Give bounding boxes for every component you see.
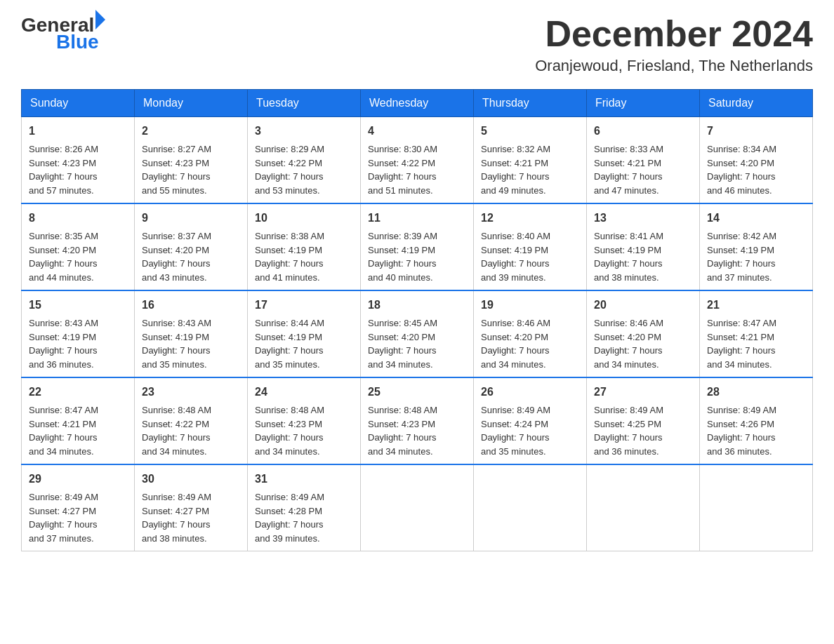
location-title: Oranjewoud, Friesland, The Netherlands <box>535 57 813 75</box>
day-number: 4 <box>368 123 466 140</box>
day-info: Sunrise: 8:48 AMSunset: 4:22 PMDaylight:… <box>142 403 240 458</box>
calendar-cell: 24Sunrise: 8:48 AMSunset: 4:23 PMDayligh… <box>248 377 361 464</box>
day-info: Sunrise: 8:35 AMSunset: 4:20 PMDaylight:… <box>29 229 127 284</box>
calendar-cell: 6Sunrise: 8:33 AMSunset: 4:21 PMDaylight… <box>587 117 700 204</box>
calendar-cell: 9Sunrise: 8:37 AMSunset: 4:20 PMDaylight… <box>135 203 248 290</box>
day-number: 3 <box>255 123 353 140</box>
day-info: Sunrise: 8:37 AMSunset: 4:20 PMDaylight:… <box>142 229 240 284</box>
calendar-cell <box>587 464 700 551</box>
day-number: 13 <box>594 210 692 227</box>
day-of-week-header: Sunday <box>22 90 135 117</box>
day-number: 31 <box>255 471 353 488</box>
day-info: Sunrise: 8:49 AMSunset: 4:26 PMDaylight:… <box>707 403 805 458</box>
day-number: 8 <box>29 210 127 227</box>
calendar-cell: 28Sunrise: 8:49 AMSunset: 4:26 PMDayligh… <box>700 377 813 464</box>
day-number: 19 <box>481 297 579 314</box>
day-number: 15 <box>29 297 127 314</box>
month-title: December 2024 <box>535 14 813 54</box>
day-info: Sunrise: 8:49 AMSunset: 4:27 PMDaylight:… <box>29 490 127 545</box>
day-info: Sunrise: 8:48 AMSunset: 4:23 PMDaylight:… <box>368 403 466 458</box>
calendar-cell: 23Sunrise: 8:48 AMSunset: 4:22 PMDayligh… <box>135 377 248 464</box>
day-of-week-header: Friday <box>587 90 700 117</box>
day-of-week-header: Wednesday <box>361 90 474 117</box>
logo-arrow-icon <box>95 10 105 29</box>
calendar-cell: 25Sunrise: 8:48 AMSunset: 4:23 PMDayligh… <box>361 377 474 464</box>
day-of-week-header: Thursday <box>474 90 587 117</box>
day-info: Sunrise: 8:49 AMSunset: 4:28 PMDaylight:… <box>255 490 353 545</box>
day-number: 26 <box>481 384 579 401</box>
day-info: Sunrise: 8:42 AMSunset: 4:19 PMDaylight:… <box>707 229 805 284</box>
day-number: 17 <box>255 297 353 314</box>
day-number: 16 <box>142 297 240 314</box>
calendar-table: SundayMondayTuesdayWednesdayThursdayFrid… <box>21 89 813 551</box>
day-info: Sunrise: 8:48 AMSunset: 4:23 PMDaylight:… <box>255 403 353 458</box>
calendar-cell: 15Sunrise: 8:43 AMSunset: 4:19 PMDayligh… <box>22 290 135 377</box>
day-number: 10 <box>255 210 353 227</box>
day-info: Sunrise: 8:47 AMSunset: 4:21 PMDaylight:… <box>707 316 805 371</box>
day-info: Sunrise: 8:30 AMSunset: 4:22 PMDaylight:… <box>368 142 466 197</box>
calendar-cell: 14Sunrise: 8:42 AMSunset: 4:19 PMDayligh… <box>700 203 813 290</box>
day-number: 20 <box>594 297 692 314</box>
calendar-cell: 30Sunrise: 8:49 AMSunset: 4:27 PMDayligh… <box>135 464 248 551</box>
day-number: 23 <box>142 384 240 401</box>
calendar-week-row: 15Sunrise: 8:43 AMSunset: 4:19 PMDayligh… <box>22 290 813 377</box>
day-number: 21 <box>707 297 805 314</box>
day-number: 12 <box>481 210 579 227</box>
calendar-cell: 22Sunrise: 8:47 AMSunset: 4:21 PMDayligh… <box>22 377 135 464</box>
calendar-cell: 18Sunrise: 8:45 AMSunset: 4:20 PMDayligh… <box>361 290 474 377</box>
calendar-cell: 12Sunrise: 8:40 AMSunset: 4:19 PMDayligh… <box>474 203 587 290</box>
calendar-cell: 3Sunrise: 8:29 AMSunset: 4:22 PMDaylight… <box>248 117 361 204</box>
day-info: Sunrise: 8:46 AMSunset: 4:20 PMDaylight:… <box>481 316 579 371</box>
day-info: Sunrise: 8:49 AMSunset: 4:27 PMDaylight:… <box>142 490 240 545</box>
calendar-cell: 31Sunrise: 8:49 AMSunset: 4:28 PMDayligh… <box>248 464 361 551</box>
day-info: Sunrise: 8:40 AMSunset: 4:19 PMDaylight:… <box>481 229 579 284</box>
calendar-cell: 11Sunrise: 8:39 AMSunset: 4:19 PMDayligh… <box>361 203 474 290</box>
header: General Blue December 2024 Oranjewoud, F… <box>21 14 813 75</box>
day-info: Sunrise: 8:45 AMSunset: 4:20 PMDaylight:… <box>368 316 466 371</box>
day-number: 9 <box>142 210 240 227</box>
day-number: 28 <box>707 384 805 401</box>
day-info: Sunrise: 8:49 AMSunset: 4:24 PMDaylight:… <box>481 403 579 458</box>
calendar-cell: 17Sunrise: 8:44 AMSunset: 4:19 PMDayligh… <box>248 290 361 377</box>
day-info: Sunrise: 8:33 AMSunset: 4:21 PMDaylight:… <box>594 142 692 197</box>
day-info: Sunrise: 8:29 AMSunset: 4:22 PMDaylight:… <box>255 142 353 197</box>
logo: General Blue <box>21 14 105 53</box>
day-info: Sunrise: 8:32 AMSunset: 4:21 PMDaylight:… <box>481 142 579 197</box>
calendar-header-row: SundayMondayTuesdayWednesdayThursdayFrid… <box>22 90 813 117</box>
day-number: 1 <box>29 123 127 140</box>
calendar-cell: 10Sunrise: 8:38 AMSunset: 4:19 PMDayligh… <box>248 203 361 290</box>
calendar-cell: 5Sunrise: 8:32 AMSunset: 4:21 PMDaylight… <box>474 117 587 204</box>
calendar-week-row: 1Sunrise: 8:26 AMSunset: 4:23 PMDaylight… <box>22 117 813 204</box>
day-number: 7 <box>707 123 805 140</box>
day-info: Sunrise: 8:27 AMSunset: 4:23 PMDaylight:… <box>142 142 240 197</box>
logo-blue-text: Blue <box>56 31 99 53</box>
day-number: 29 <box>29 471 127 488</box>
day-number: 11 <box>368 210 466 227</box>
day-number: 2 <box>142 123 240 140</box>
calendar-cell: 26Sunrise: 8:49 AMSunset: 4:24 PMDayligh… <box>474 377 587 464</box>
day-number: 14 <box>707 210 805 227</box>
calendar-cell: 2Sunrise: 8:27 AMSunset: 4:23 PMDaylight… <box>135 117 248 204</box>
day-info: Sunrise: 8:46 AMSunset: 4:20 PMDaylight:… <box>594 316 692 371</box>
calendar-cell: 21Sunrise: 8:47 AMSunset: 4:21 PMDayligh… <box>700 290 813 377</box>
day-number: 5 <box>481 123 579 140</box>
calendar-cell: 1Sunrise: 8:26 AMSunset: 4:23 PMDaylight… <box>22 117 135 204</box>
calendar-week-row: 8Sunrise: 8:35 AMSunset: 4:20 PMDaylight… <box>22 203 813 290</box>
calendar-cell: 13Sunrise: 8:41 AMSunset: 4:19 PMDayligh… <box>587 203 700 290</box>
calendar-cell <box>474 464 587 551</box>
day-info: Sunrise: 8:26 AMSunset: 4:23 PMDaylight:… <box>29 142 127 197</box>
day-number: 6 <box>594 123 692 140</box>
calendar-cell: 16Sunrise: 8:43 AMSunset: 4:19 PMDayligh… <box>135 290 248 377</box>
day-info: Sunrise: 8:44 AMSunset: 4:19 PMDaylight:… <box>255 316 353 371</box>
day-info: Sunrise: 8:43 AMSunset: 4:19 PMDaylight:… <box>29 316 127 371</box>
calendar-cell: 4Sunrise: 8:30 AMSunset: 4:22 PMDaylight… <box>361 117 474 204</box>
calendar-week-row: 29Sunrise: 8:49 AMSunset: 4:27 PMDayligh… <box>22 464 813 551</box>
day-number: 24 <box>255 384 353 401</box>
day-number: 18 <box>368 297 466 314</box>
day-info: Sunrise: 8:43 AMSunset: 4:19 PMDaylight:… <box>142 316 240 371</box>
title-area: December 2024 Oranjewoud, Friesland, The… <box>535 14 813 75</box>
calendar-week-row: 22Sunrise: 8:47 AMSunset: 4:21 PMDayligh… <box>22 377 813 464</box>
calendar-cell: 27Sunrise: 8:49 AMSunset: 4:25 PMDayligh… <box>587 377 700 464</box>
day-info: Sunrise: 8:39 AMSunset: 4:19 PMDaylight:… <box>368 229 466 284</box>
day-of-week-header: Saturday <box>700 90 813 117</box>
